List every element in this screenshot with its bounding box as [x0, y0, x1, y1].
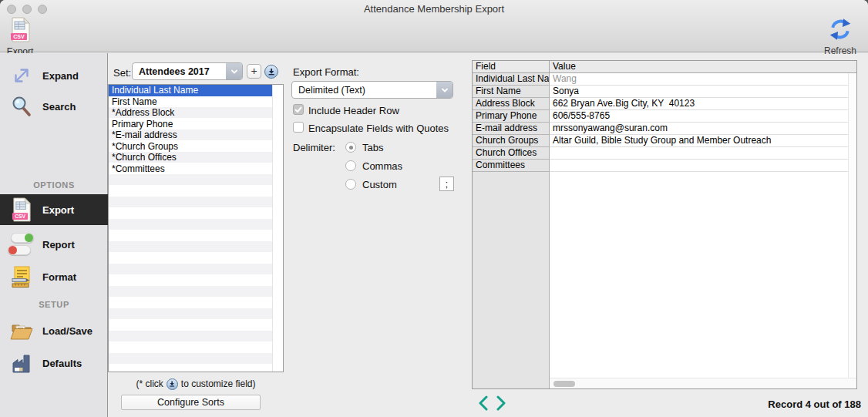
set-select[interactable]: Attendees 2017: [132, 62, 243, 80]
chevron-right-icon: [495, 395, 507, 411]
circle-down-arrow-icon: [267, 67, 276, 76]
sidebar: Expand Search OPTIONS: [0, 53, 108, 417]
list-item[interactable]: *Address Block: [109, 107, 272, 119]
svg-text:CSV: CSV: [13, 34, 25, 39]
sidebar-section-options: OPTIONS: [0, 180, 108, 190]
value-cell[interactable]: mrssonyawang@suran.com: [550, 123, 856, 135]
add-set-button[interactable]: +: [247, 64, 261, 79]
value-cell[interactable]: Sonya: [550, 86, 856, 98]
sidebar-section-setup: SETUP: [0, 300, 108, 309]
sidebar-label-load-save: Load/Save: [42, 325, 93, 337]
csv-file-icon: CSV: [10, 17, 31, 42]
sidebar-label-export: Export: [42, 204, 74, 216]
list-item[interactable]: First Name: [109, 96, 272, 108]
export-toolbar-button[interactable]: CSV Export: [0, 17, 40, 57]
delimiter-radio-group: TabsCommasCustom: [345, 142, 402, 197]
customize-hint: (* click to customize field): [108, 378, 284, 390]
customize-field-button[interactable]: [264, 65, 278, 79]
sidebar-item-report[interactable]: Report: [0, 229, 108, 260]
field-column-filler: [473, 172, 550, 388]
column-header-field: Field: [473, 61, 550, 73]
window-title: Attendance Membership Export: [0, 3, 868, 15]
export-format-select[interactable]: Delimited (Text): [291, 81, 453, 99]
set-label: Set:: [113, 67, 131, 79]
factory-icon: [9, 351, 34, 375]
value-cell[interactable]: Altar Guild, Bible Study Group and Membe…: [550, 135, 856, 147]
folder-icon: [9, 318, 34, 343]
list-item[interactable]: *Church Groups: [109, 141, 272, 153]
encapsulate-quotes-label: Encapsulate Fields with Quotes: [308, 123, 449, 134]
table-row: Church GroupsAltar Guild, Bible Study Gr…: [473, 135, 856, 147]
value-cell[interactable]: 606/555-8765: [550, 110, 856, 123]
field-cell: Primary Phone: [473, 110, 550, 123]
sidebar-label-defaults: Defaults: [42, 358, 82, 369]
refresh-icon: [829, 17, 852, 42]
value-vertical-scrollbar[interactable]: [848, 73, 856, 378]
add-set-button-label: +: [251, 65, 257, 77]
include-header-checkbox[interactable]: [293, 104, 304, 115]
set-select-value: Attendees 2017: [133, 66, 226, 77]
table-header-row: Field Value: [473, 61, 856, 73]
field-list-rows: Individual Last NameFirst Name*Address B…: [109, 85, 272, 372]
configure-sorts-button[interactable]: Configure Sorts: [121, 395, 261, 410]
sidebar-label-search: Search: [42, 101, 76, 113]
chevron-down-icon: [436, 82, 453, 98]
table-row: Church Offices: [473, 147, 856, 160]
delimiter-option-label: Commas: [362, 160, 402, 172]
delimiter-option-tabs[interactable]: Tabs: [345, 142, 402, 153]
csv-file-icon: CSV: [9, 197, 34, 222]
field-cell: Address Block: [473, 98, 550, 110]
previous-record-button[interactable]: [477, 395, 491, 411]
record-value-table: Field Value Individual Last NameWangFirs…: [472, 60, 857, 389]
list-item[interactable]: *Committees: [109, 163, 272, 175]
sidebar-item-format[interactable]: Format: [0, 261, 108, 292]
format-icon: [9, 264, 34, 289]
delimiter-option-label: Tabs: [362, 142, 383, 153]
sidebar-item-load-save[interactable]: Load/Save: [0, 314, 108, 348]
field-list-scrollbar[interactable]: [272, 85, 283, 372]
value-cell[interactable]: 662 Bryan Ave.Big City, KY 40123: [550, 98, 856, 110]
check-icon: [294, 105, 303, 114]
customize-hint-suffix: to customize field): [181, 378, 256, 389]
value-cell[interactable]: Wang: [550, 73, 856, 86]
value-horizontal-scrollbar[interactable]: [550, 378, 856, 388]
table-row: E-mail addressmrssonyawang@suran.com: [473, 123, 856, 135]
search-icon: [9, 94, 34, 119]
svg-text:CSV: CSV: [15, 214, 25, 219]
field-cell: Committees: [473, 160, 550, 172]
radio-icon[interactable]: [345, 179, 356, 190]
export-format-value: Delimited (Text): [292, 85, 436, 96]
value-cell[interactable]: [550, 160, 856, 172]
delimiter-label: Delimiter:: [293, 142, 335, 153]
refresh-button[interactable]: Refresh: [817, 17, 863, 56]
value-cell[interactable]: [550, 147, 856, 160]
custom-delimiter-input[interactable]: [439, 177, 454, 191]
sidebar-item-expand[interactable]: Expand: [0, 60, 108, 91]
h-scrollbar-thumb[interactable]: [553, 381, 575, 387]
circle-down-arrow-icon: [167, 378, 178, 390]
delimiter-option-commas[interactable]: Commas: [345, 160, 402, 171]
delimiter-option-custom[interactable]: Custom: [345, 179, 402, 190]
table-row: Primary Phone606/555-8765: [473, 110, 856, 123]
list-item[interactable]: *E-mail address: [109, 129, 272, 141]
table-rows: Individual Last NameWangFirst NameSonyaA…: [473, 73, 856, 172]
list-item[interactable]: *Church Offices: [109, 152, 272, 163]
include-header-label: Include Header Row: [308, 105, 399, 116]
chevron-down-icon: [226, 63, 242, 79]
sidebar-item-export[interactable]: CSV Export: [0, 194, 108, 225]
radio-icon[interactable]: [345, 142, 356, 153]
radio-icon[interactable]: [345, 160, 356, 171]
next-record-button[interactable]: [495, 395, 509, 411]
app-window: Attendance Membership Export CSV Export: [0, 0, 868, 417]
field-cell: Church Offices: [473, 147, 550, 160]
list-item[interactable]: Primary Phone: [109, 119, 272, 130]
sidebar-item-search[interactable]: Search: [0, 91, 108, 122]
table-row: Committees: [473, 160, 856, 172]
table-row: Individual Last NameWang: [473, 73, 856, 86]
report-toggles-icon: [9, 232, 34, 257]
delimiter-option-label: Custom: [362, 179, 397, 190]
customize-hint-prefix: (* click: [136, 378, 163, 389]
list-item[interactable]: Individual Last Name: [109, 85, 272, 96]
sidebar-item-defaults[interactable]: Defaults: [0, 348, 108, 378]
encapsulate-quotes-checkbox[interactable]: [293, 122, 304, 133]
